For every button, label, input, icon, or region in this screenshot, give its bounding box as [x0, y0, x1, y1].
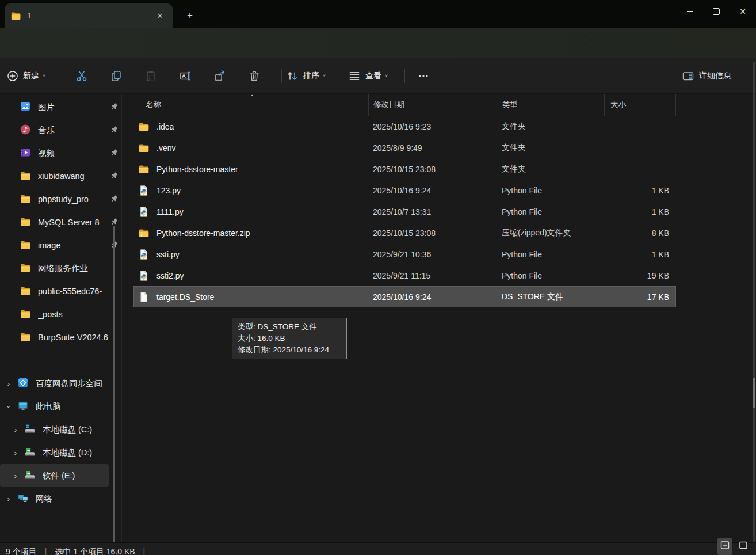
sidebar-item-phpstudy_pro[interactable]: phpstudy_pro	[0, 188, 121, 211]
sidebar-item-image[interactable]: image	[0, 234, 121, 257]
file-name: .idea	[156, 122, 174, 131]
sidebar-item--[interactable]: 图片	[0, 96, 121, 119]
sidebar-item--[interactable]: › 此电脑	[0, 395, 121, 418]
sidebar-item-_posts[interactable]: _posts	[0, 303, 121, 326]
tree-chevron-icon[interactable]: ›	[7, 448, 24, 457]
table-row[interactable]: Python-dsstore-master 2025/10/15 23:08 文…	[133, 158, 676, 180]
folder-icon	[20, 331, 31, 343]
cut-button[interactable]	[71, 66, 92, 86]
folder-icon	[20, 262, 31, 273]
tree-chevron-icon[interactable]: ›	[7, 472, 24, 480]
table-row[interactable]: target.DS_Store 2025/10/16 9:24 DS_STORE…	[133, 286, 676, 307]
tree-chevron-icon[interactable]: ›	[5, 398, 13, 415]
tab-folder-icon	[10, 10, 21, 21]
pin-icon	[109, 126, 119, 135]
python-icon	[138, 206, 150, 218]
explorer-tab[interactable]: 1 ✕	[5, 3, 173, 28]
sidebar-item-label: xiubidawang	[38, 172, 106, 181]
sidebar-item--[interactable]: › 百度网盘同步空间	[0, 372, 121, 395]
details-view-icon	[720, 541, 730, 550]
paste-button[interactable]	[140, 66, 161, 86]
sidebar-item-mysql-server-8[interactable]: MySQL Server 8	[0, 211, 121, 234]
vertical-scrollbar-track[interactable]	[753, 62, 755, 555]
window-controls: ✕	[677, 0, 756, 23]
maximize-button[interactable]	[703, 0, 730, 23]
vertical-scrollbar-thumb[interactable]	[753, 378, 755, 408]
details-view-toggle[interactable]	[717, 538, 732, 555]
sidebar-item-label: image	[38, 241, 106, 250]
file-icon	[138, 291, 150, 303]
file-name: 1111.py	[156, 207, 184, 216]
table-row[interactable]: Python-dsstore-master.zip 2025/10/15 23:…	[133, 222, 676, 244]
sidebar-item--[interactable]: 视频	[0, 142, 121, 165]
share-button[interactable]	[209, 66, 230, 86]
new-tab-button[interactable]: +	[182, 8, 198, 23]
status-selection: 选中 1 个项目 16.0 KB	[55, 547, 135, 555]
folder-icon	[138, 164, 150, 175]
sidebar-item-label: 音乐	[38, 125, 106, 136]
tree-chevron-icon[interactable]: ›	[0, 495, 17, 503]
new-icon	[7, 70, 18, 82]
sidebar-item--[interactable]: 音乐	[0, 119, 121, 142]
sidebar-divider	[121, 94, 122, 542]
column-header-type[interactable]: 类型	[498, 94, 604, 116]
delete-button[interactable]	[244, 66, 265, 86]
more-options-button[interactable]	[412, 66, 435, 86]
table-row[interactable]: ssti.py 2025/9/21 10:36 Python File 1 KB	[133, 244, 676, 265]
python-icon	[138, 270, 150, 282]
sidebar-item--[interactable]: 网络服务作业	[0, 257, 121, 280]
sidebar-item--c-[interactable]: › 本地磁盘 (C:)	[0, 418, 121, 441]
tooltip-size: 大小: 16.0 KB	[238, 333, 341, 344]
tree-chevron-icon[interactable]: ›	[7, 425, 24, 434]
rename-icon	[179, 70, 192, 82]
sidebar-item-label: 视频	[38, 148, 106, 159]
view-button[interactable]: 查看 ˅	[348, 66, 388, 86]
table-row[interactable]: 1111.py 2025/10/7 13:31 Python File 1 KB	[133, 201, 676, 222]
sidebar-item-xiubidawang[interactable]: xiubidawang	[0, 165, 121, 188]
sidebar-item--d-[interactable]: › 本地磁盘 (D:)	[0, 441, 121, 464]
sidebar-item-public-555edc76-[interactable]: public-555edc76-	[0, 280, 121, 303]
python-icon	[138, 249, 150, 260]
sidebar: 图片 音乐 视频 xiubidawang phpstudy_pro MySQL …	[0, 96, 121, 542]
status-divider: |	[45, 547, 47, 555]
sidebar-item-label: phpstudy_pro	[38, 195, 106, 204]
python-icon	[138, 185, 150, 196]
details-pane-button[interactable]: 详细信息	[682, 66, 735, 86]
sidebar-item-burpsuite-v2024-6[interactable]: BurpSuite V2024.6	[0, 326, 121, 349]
close-button[interactable]: ✕	[730, 0, 756, 23]
tab-title: 1	[27, 12, 153, 20]
folder-icon	[20, 239, 31, 250]
column-header-size[interactable]: 大小	[604, 94, 676, 116]
table-row[interactable]: .venv 2025/8/9 9:49 文件夹	[133, 137, 676, 158]
disk-icon	[24, 469, 36, 481]
navigation-bar: › 此电脑 › 软件 (E:) › 1 › 在 1 中搜索	[0, 28, 756, 58]
copy-button[interactable]	[106, 66, 127, 86]
tooltip-modified: 修改日期: 2025/10/16 9:24	[238, 344, 341, 356]
more-icon	[417, 70, 430, 82]
new-button[interactable]: 新建 ˅	[7, 66, 45, 86]
file-name: ssti2.py	[156, 271, 184, 280]
view-icon	[348, 70, 361, 82]
sidebar-item--e-[interactable]: › 软件 (E:)	[0, 464, 109, 487]
table-row[interactable]: .idea 2025/10/16 9:23 文件夹	[133, 116, 676, 137]
sidebar-item--[interactable]: › 网络	[0, 487, 121, 510]
command-toolbar: 新建 ˅ 排序 ˅ 查看 ˅ 详细信息	[0, 58, 756, 94]
sidebar-item-label: 网络服务作业	[38, 263, 121, 274]
column-header-date[interactable]: 修改日期	[368, 94, 498, 116]
folder-icon	[138, 142, 150, 154]
table-row[interactable]: 123.py 2025/10/16 9:24 Python File 1 KB	[133, 180, 676, 201]
pin-icon	[109, 172, 119, 181]
icons-view-toggle[interactable]	[736, 538, 751, 555]
pin-icon	[109, 149, 119, 158]
cut-icon	[75, 70, 88, 82]
minimize-button[interactable]	[677, 0, 703, 23]
tree-chevron-icon[interactable]: ›	[0, 379, 17, 388]
sidebar-scrollbar[interactable]	[113, 226, 115, 547]
sort-button[interactable]: 排序 ˅	[286, 66, 326, 86]
rename-button[interactable]	[175, 66, 196, 86]
table-row[interactable]: ssti2.py 2025/9/21 11:15 Python File 19 …	[133, 265, 676, 286]
sidebar-item-label: 本地磁盘 (D:)	[43, 447, 106, 458]
tab-close-icon[interactable]: ✕	[153, 9, 167, 22]
paste-icon	[144, 70, 157, 82]
sidebar-item-label: BurpSuite V2024.6	[38, 333, 121, 342]
